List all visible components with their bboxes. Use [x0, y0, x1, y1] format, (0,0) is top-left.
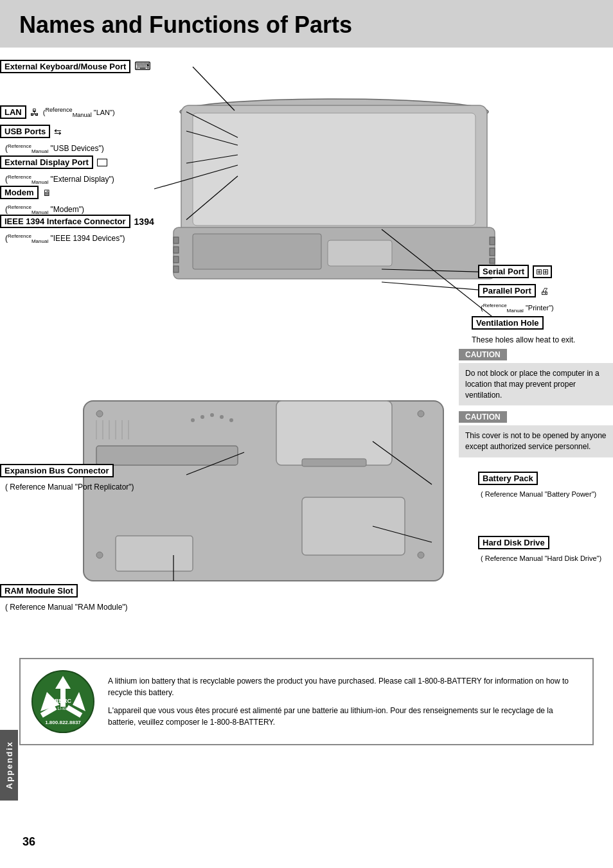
caution-top: CAUTION Do not block or place the comput…	[459, 348, 613, 405]
svg-rect-5	[173, 247, 179, 253]
ventilation-desc: These holes allow heat to exit.	[472, 335, 613, 346]
battery-sub: ( Reference Manual "Battery Power")	[481, 490, 613, 498]
parallel-port-label: Parallel Port 🖨 (ReferenceManual "Printe…	[478, 284, 613, 314]
appendix-sidebar: Appendix	[0, 730, 18, 801]
hard-disk-label: Hard Disk Drive ( Reference Manual "Hard…	[478, 536, 613, 562]
ventilation-label: Ventilation Hole These holes allow heat …	[472, 316, 613, 346]
expansion-bus-label: Expansion Bus Connector ( Reference Manu…	[0, 464, 148, 495]
expansion-bus-box: Expansion Bus Connector	[0, 464, 114, 477]
recycle-icon: RBRC Li-ion 1.800.822.8837	[31, 669, 95, 734]
svg-rect-27	[302, 497, 405, 555]
svg-point-35	[418, 552, 424, 558]
svg-rect-1	[181, 105, 487, 234]
svg-point-37	[418, 411, 424, 417]
battery-pack-box: Battery Pack	[478, 472, 538, 485]
ieee-label: IEEE 1394 Interface Connector 1394 (Refe…	[0, 215, 154, 248]
svg-rect-7	[173, 266, 179, 272]
svg-rect-8	[490, 237, 495, 245]
svg-point-38	[191, 418, 195, 422]
printer-icon: 🖨	[540, 286, 549, 296]
svg-line-14	[186, 112, 238, 137]
svg-text:Li-ion: Li-ion	[57, 706, 68, 711]
svg-line-15	[186, 131, 238, 145]
lan-ref: (ReferenceManual "LAN")	[43, 107, 115, 118]
svg-rect-11	[193, 234, 321, 269]
svg-rect-2	[193, 113, 475, 226]
usb-label: USB Ports ⇆ (ReferenceManual "USB Device…	[0, 125, 104, 158]
ieee-box: IEEE 1394 Interface Connector	[0, 215, 130, 228]
serial-icon: ⊞⊞	[533, 265, 552, 278]
parallel-sub: (ReferenceManual "Printer")	[481, 303, 613, 314]
external-keyboard-box: External Keyboard/Mouse Port	[0, 60, 130, 73]
page-title: Names and Functions of Parts	[19, 12, 594, 39]
svg-point-34	[96, 552, 103, 558]
svg-point-36	[96, 411, 103, 417]
parallel-port-box: Parallel Port	[478, 284, 536, 297]
svg-line-46	[373, 526, 432, 542]
ram-module-box: RAM Module Slot	[0, 584, 78, 598]
recycle-text-fr: L'appareil que vous vous êtes procuré es…	[108, 705, 582, 728]
serial-port-box: Serial Port	[478, 265, 529, 278]
svg-rect-24	[276, 401, 392, 465]
main-content: External Keyboard/Mouse Port ⌨ LAN 🖧 (Re…	[0, 48, 613, 819]
expansion-bus-sub: ( Reference Manual "Port Replicator")	[5, 483, 148, 492]
battery-pack-label: Battery Pack ( Reference Manual "Battery…	[478, 472, 613, 498]
svg-line-17	[154, 165, 238, 189]
recycle-texts: A lithium ion battery that is recyclable…	[108, 675, 582, 728]
svg-rect-10	[490, 258, 495, 263]
ieee-number: 1394	[134, 217, 154, 227]
modem-icon: 🖥	[42, 188, 51, 198]
svg-line-45	[373, 441, 432, 484]
svg-point-39	[200, 415, 204, 419]
svg-line-18	[186, 176, 238, 220]
svg-line-43	[186, 452, 244, 475]
svg-point-40	[210, 413, 214, 417]
svg-rect-4	[173, 237, 179, 244]
svg-rect-6	[173, 256, 179, 263]
svg-line-13	[193, 67, 235, 111]
svg-text:RBRC: RBRC	[55, 698, 71, 704]
caution-bottom-label: CAUTION	[459, 411, 507, 423]
svg-rect-23	[116, 536, 193, 571]
external-keyboard-label: External Keyboard/Mouse Port ⌨	[0, 59, 151, 78]
hard-disk-box: Hard Disk Drive	[478, 536, 549, 549]
svg-point-41	[220, 415, 224, 419]
modem-box: Modem	[0, 186, 39, 199]
svg-point-0	[180, 99, 488, 125]
lan-box: LAN	[0, 105, 26, 119]
svg-line-16	[186, 155, 238, 163]
svg-rect-12	[328, 240, 392, 266]
keyboard-icon: ⌨	[134, 59, 151, 73]
display-icon	[97, 159, 107, 166]
svg-rect-3	[173, 227, 495, 279]
page-number: 36	[22, 835, 35, 849]
lan-icon: 🖧	[30, 107, 39, 118]
svg-point-42	[229, 418, 233, 422]
usb-sub: (ReferenceManual "USB Devices")	[5, 143, 104, 154]
modem-sub: (ReferenceManual "Modem")	[5, 204, 84, 215]
ram-module-label: RAM Module Slot ( Reference Manual "RAM …	[0, 584, 148, 616]
caution-top-text: Do not block or place the computer in a …	[459, 363, 613, 405]
lan-label: LAN 🖧 (ReferenceManual "LAN")	[0, 105, 115, 124]
svg-rect-9	[490, 248, 495, 256]
header-bar: Names and Functions of Parts	[0, 0, 613, 48]
recycle-section: RBRC Li-ion 1.800.822.8837 A lithium ion…	[19, 658, 594, 745]
ext-display-sub: (ReferenceManual "External Display")	[5, 174, 114, 185]
hard-disk-sub: ( Reference Manual "Hard Disk Drive")	[481, 554, 613, 562]
ext-display-label: External Display Port (ReferenceManual "…	[0, 155, 114, 189]
ram-module-sub: ( Reference Manual "RAM Module")	[5, 603, 148, 612]
page-container: Names and Functions of Parts	[0, 0, 613, 868]
serial-port-label: Serial Port ⊞⊞	[478, 265, 613, 283]
ventilation-box: Ventilation Hole	[472, 316, 544, 330]
appendix-label: Appendix	[4, 741, 14, 789]
svg-rect-26	[96, 446, 238, 465]
caution-top-label: CAUTION	[459, 349, 507, 360]
usb-icon: ⇆	[54, 127, 62, 137]
svg-text:1.800.822.8837: 1.800.822.8837	[45, 720, 81, 725]
recycle-text-en: A lithium ion battery that is recyclable…	[108, 675, 582, 698]
caution-bottom: CAUTION This cover is not to be opened b…	[459, 411, 613, 457]
usb-box: USB Ports	[0, 125, 50, 138]
recycle-section-wrapper: RBRC Li-ion 1.800.822.8837 A lithium ion…	[0, 645, 613, 758]
ext-display-box: External Display Port	[0, 155, 93, 169]
caution-bottom-text: This cover is not to be opened by anyone…	[459, 425, 613, 457]
